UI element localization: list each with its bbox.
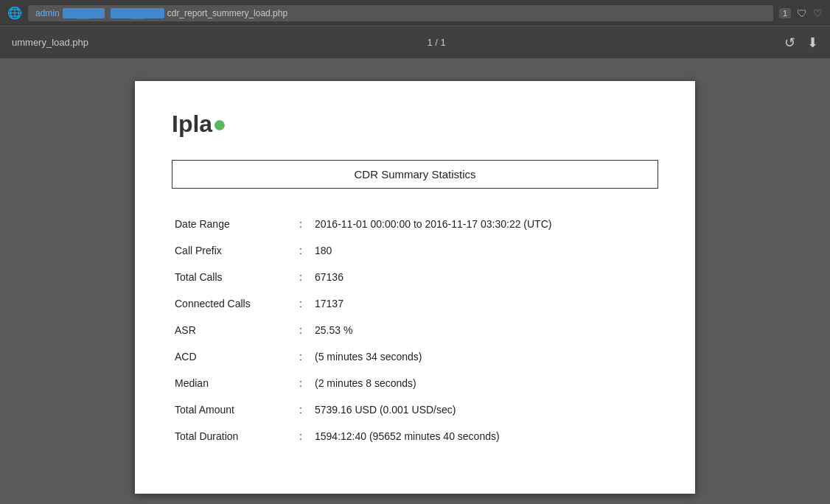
globe-icon: 🌐 (7, 6, 22, 20)
field-label: Call Prefix (172, 237, 290, 264)
field-value: 2016-11-01 00:00:00 to 2016-11-17 03:30:… (312, 211, 658, 237)
pdf-pagination: 1 / 1 (427, 37, 445, 48)
field-label: Total Amount (172, 396, 290, 423)
browser-chrome: 🌐 admin ██ ██ cdr_report_summery_load.ph… (0, 0, 830, 27)
bookmark-icon: ♡ (813, 7, 823, 19)
field-value: 17137 (312, 290, 658, 317)
table-row: ASR:25.53 % (172, 317, 658, 343)
field-colon: : (290, 211, 312, 237)
logo-text: Ipla (172, 111, 212, 137)
field-colon: : (290, 317, 312, 343)
pdf-toolbar-icons: ↺ ⬇ (784, 35, 818, 51)
table-row: Total Amount:5739.16 USD (0.001 USD/sec) (172, 396, 658, 423)
table-row: Call Prefix:180 (172, 237, 658, 264)
pdf-viewer-area: Ipla● CDR Summary Statistics Date Range:… (0, 59, 830, 504)
pdf-download-icon[interactable]: ⬇ (807, 35, 818, 51)
field-colon: : (290, 264, 312, 290)
field-label: Total Duration (172, 423, 290, 449)
field-value: (2 minutes 8 seconds) (312, 370, 658, 396)
table-row: ACD:(5 minutes 34 seconds) (172, 343, 658, 370)
field-colon: : (290, 423, 312, 449)
shield-icon: 🛡 (797, 7, 807, 19)
logo: Ipla● (172, 111, 658, 138)
pdf-refresh-icon[interactable]: ↺ (784, 35, 795, 51)
field-label: ACD (172, 343, 290, 370)
table-row: Median:(2 minutes 8 seconds) (172, 370, 658, 396)
field-value: 25.53 % (312, 317, 658, 343)
url-redacted-1: ██ (63, 8, 105, 18)
table-row: Total Duration:1594:12:40 (95652 minutes… (172, 423, 658, 449)
field-colon: : (290, 343, 312, 370)
table-row: Connected Calls:17137 (172, 290, 658, 317)
field-colon: : (290, 396, 312, 423)
field-colon: : (290, 237, 312, 264)
field-colon: : (290, 290, 312, 317)
field-label: Median (172, 370, 290, 396)
field-label: ASR (172, 317, 290, 343)
field-value: 5739.16 USD (0.001 USD/sec) (312, 396, 658, 423)
pdf-toolbar: ummery_load.php 1 / 1 ↺ ⬇ (0, 27, 830, 59)
url-redacted-2: ██ (111, 8, 164, 18)
field-value: (5 minutes 34 seconds) (312, 343, 658, 370)
report-title: CDR Summary Statistics (354, 168, 475, 181)
pdf-page: Ipla● CDR Summary Statistics Date Range:… (135, 81, 695, 494)
url-text: admin (35, 8, 60, 18)
browser-action-icons: 1 🛡 ♡ (779, 7, 823, 19)
field-value: 67136 (312, 264, 658, 290)
url-bar[interactable]: admin ██ ██ cdr_report_summery_load.php (28, 5, 773, 21)
badge-count: 1 (779, 8, 791, 18)
field-value: 180 (312, 237, 658, 264)
field-colon: : (290, 370, 312, 396)
field-value: 1594:12:40 (95652 minutes 40 seconds) (312, 423, 658, 449)
field-label: Date Range (172, 211, 290, 237)
stats-table: Date Range:2016-11-01 00:00:00 to 2016-1… (172, 211, 658, 449)
table-row: Total Calls:67136 (172, 264, 658, 290)
field-label: Connected Calls (172, 290, 290, 317)
pdf-filename: ummery_load.php (12, 37, 88, 48)
report-title-box: CDR Summary Statistics (172, 160, 658, 189)
logo-dot: ● (212, 111, 226, 137)
field-label: Total Calls (172, 264, 290, 290)
page-header: Ipla● (172, 111, 658, 138)
url-path: cdr_report_summery_load.php (167, 8, 287, 18)
table-row: Date Range:2016-11-01 00:00:00 to 2016-1… (172, 211, 658, 237)
